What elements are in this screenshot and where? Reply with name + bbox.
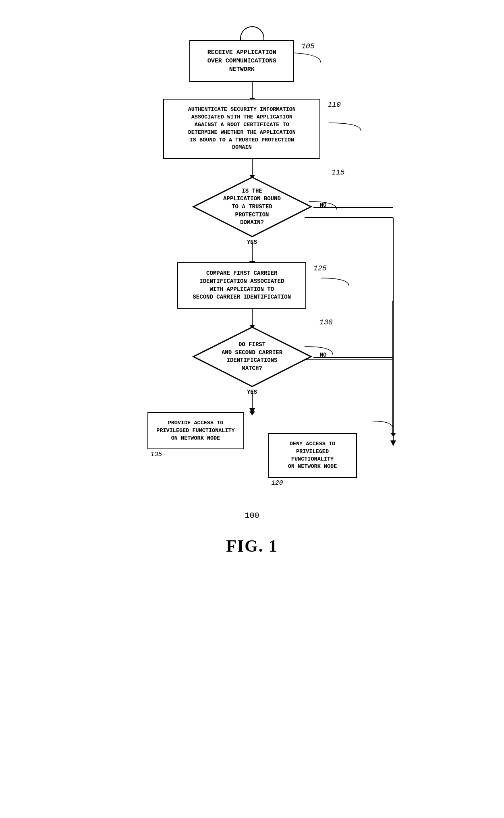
no-line-130 bbox=[313, 357, 393, 358]
diamond-115-wrapper: 115 IS THEAPPLICATION BOUNDTO A TRUSTED … bbox=[111, 176, 393, 245]
box-110-label: AUTHENTICATE SECURITY INFORMATION ASSOCI… bbox=[188, 106, 296, 150]
yes-label-115: YES bbox=[247, 239, 257, 245]
arrow-130-135 bbox=[252, 395, 253, 412]
node-135-col: PROVIDE ACCESS TO PRIVILEGED FUNCTIONALI… bbox=[147, 412, 244, 459]
box-125: COMPARE FIRST CARRIER IDENTIFICATION ASS… bbox=[177, 262, 306, 308]
bottom-section: PROVIDE ACCESS TO PRIVILEGED FUNCTIONALI… bbox=[111, 395, 393, 487]
figure-footer: 100 FIG. 1 bbox=[226, 511, 278, 556]
diamond-115: IS THEAPPLICATION BOUNDTO A TRUSTED PROT… bbox=[192, 176, 313, 238]
right-vertical-line bbox=[392, 301, 393, 430]
arrowhead-5 bbox=[249, 411, 255, 415]
arrow-110-115 bbox=[252, 159, 253, 176]
box-120-label: DENY ACCESS TO PRIVILEGED FUNCTIONALITY … bbox=[288, 441, 337, 470]
node-105-wrapper: RECEIVE APPLICATION OVER COMMUNICATIONS … bbox=[189, 40, 314, 82]
flowchart-diagram: RECEIVE APPLICATION OVER COMMUNICATIONS … bbox=[71, 16, 433, 487]
ref-135-row: 135 bbox=[147, 451, 244, 458]
right-vertical-line-2 bbox=[392, 429, 393, 433]
ref-105: 105 bbox=[301, 42, 314, 50]
ref-115: 115 bbox=[332, 168, 344, 176]
box-135: PROVIDE ACCESS TO PRIVILEGED FUNCTIONALI… bbox=[147, 412, 244, 450]
node-120-col: DENY ACCESS TO PRIVILEGED FUNCTIONALITY … bbox=[268, 412, 357, 487]
arrow-115-125 bbox=[252, 245, 253, 262]
no-line-115 bbox=[313, 207, 393, 208]
node-125-wrapper: COMPARE FIRST CARRIER IDENTIFICATION ASS… bbox=[177, 262, 326, 308]
ref-120-row: 120 bbox=[268, 480, 357, 487]
box-105: RECEIVE APPLICATION OVER COMMUNICATIONS … bbox=[189, 40, 294, 82]
box-125-label: COMPARE FIRST CARRIER IDENTIFICATION ASS… bbox=[193, 270, 291, 300]
ref-120: 120 bbox=[272, 480, 283, 487]
ref-125: 125 bbox=[313, 264, 326, 272]
diamond-115-label: IS THEAPPLICATION BOUNDTO A TRUSTED PROT… bbox=[218, 187, 286, 227]
diamond-130-wrapper: 130 DO FIRSTAND SECOND CARRIERIDENTIFICA… bbox=[111, 326, 393, 395]
figure-number: 100 bbox=[245, 511, 259, 520]
bottom-boxes-row: PROVIDE ACCESS TO PRIVILEGED FUNCTIONALI… bbox=[111, 412, 393, 487]
box-135-label: PROVIDE ACCESS TO PRIVILEGED FUNCTIONALI… bbox=[156, 420, 234, 441]
figure-title: FIG. 1 bbox=[226, 536, 278, 556]
diamond-130: DO FIRSTAND SECOND CARRIERIDENTIFICATION… bbox=[192, 326, 313, 388]
diamond-130-label: DO FIRSTAND SECOND CARRIERIDENTIFICATION… bbox=[218, 341, 286, 372]
box-120: DENY ACCESS TO PRIVILEGED FUNCTIONALITY … bbox=[268, 433, 357, 478]
node-110-wrapper: AUTHENTICATE SECURITY INFORMATION ASSOCI… bbox=[163, 99, 340, 159]
box-110: AUTHENTICATE SECURITY INFORMATION ASSOCI… bbox=[163, 99, 320, 159]
ref-130: 130 bbox=[319, 318, 332, 326]
node-135-wrapper: PROVIDE ACCESS TO PRIVILEGED FUNCTIONALI… bbox=[147, 412, 244, 450]
start-arc bbox=[240, 26, 264, 40]
ref-135: 135 bbox=[151, 451, 162, 458]
box-105-label: RECEIVE APPLICATION OVER COMMUNICATIONS … bbox=[207, 49, 276, 73]
node-120-wrapper: DENY ACCESS TO PRIVILEGED FUNCTIONALITY … bbox=[268, 412, 357, 478]
arrow-105-110 bbox=[252, 82, 253, 99]
arrow-125-130 bbox=[252, 309, 253, 326]
arrowhead-right bbox=[390, 433, 396, 437]
yes-label-130: YES bbox=[247, 389, 257, 395]
ref-110: 110 bbox=[328, 101, 340, 109]
